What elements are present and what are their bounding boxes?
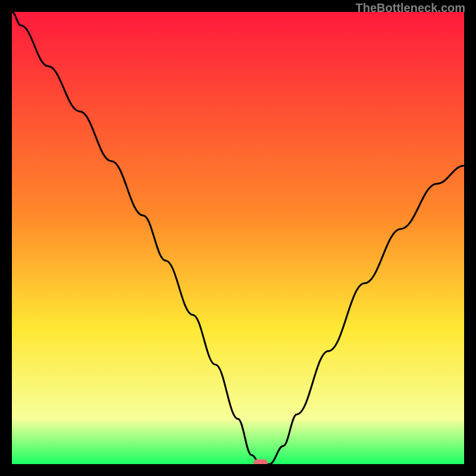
optimal-marker bbox=[253, 459, 268, 464]
chart-container: TheBottleneck.com bbox=[0, 0, 476, 476]
bottleneck-chart bbox=[12, 12, 464, 464]
gradient-background bbox=[12, 12, 464, 464]
